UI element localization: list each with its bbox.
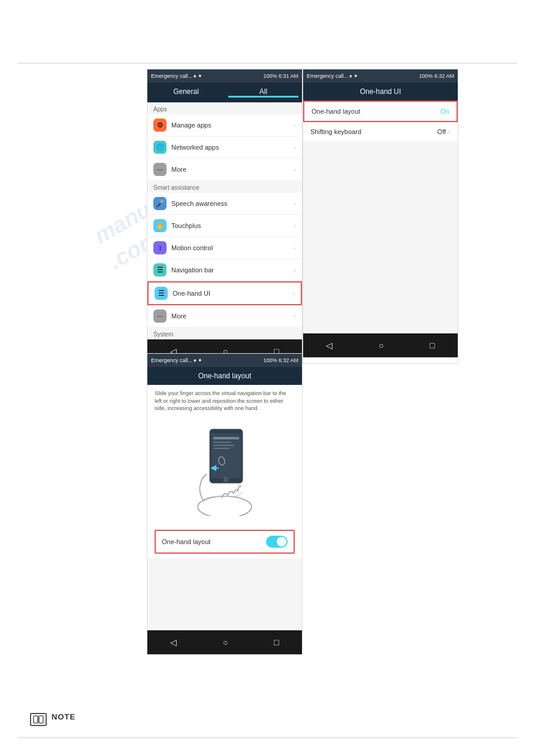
bottom-status-left: Emergency call... ♦ ✦ bbox=[151, 357, 202, 363]
bottom-battery-time: 100% 6:32 AM bbox=[263, 357, 298, 363]
right-emergency-text: Emergency call... bbox=[307, 73, 348, 79]
right-back-button[interactable]: ◁ bbox=[326, 341, 333, 350]
svg-rect-4 bbox=[213, 442, 231, 443]
bottom-nav-bar: ◁ ○ □ bbox=[147, 630, 302, 654]
speech-icon: 🎤 bbox=[153, 197, 167, 210]
onehand-layout-label: One-hand layout bbox=[312, 108, 440, 115]
shifting-keyboard-item[interactable]: Shifting keyboard Off › bbox=[303, 122, 458, 142]
left-status-bar: Emergency call... ♦ ✦ 100% 6:31 AM bbox=[147, 69, 302, 83]
manage-apps-label: Manage apps bbox=[171, 122, 294, 129]
shifting-keyboard-value: Off bbox=[437, 128, 446, 135]
speech-arrow: › bbox=[294, 200, 296, 207]
right-nav-bar: ◁ ○ □ bbox=[303, 333, 458, 357]
top-screens: Emergency call... ♦ ✦ 100% 6:31 AM Gener… bbox=[147, 69, 458, 364]
smart-group: 🎤 Speech awareness › ✋ Touchplus › ↕ Mot… bbox=[147, 193, 302, 327]
emergency-call-text: Emergency call... bbox=[151, 73, 192, 79]
phone-illustration bbox=[147, 417, 302, 525]
status-left-text: Emergency call... ♦ ✦ bbox=[151, 73, 202, 79]
onehand-layout-item[interactable]: One-hand layout On bbox=[303, 101, 458, 122]
motion-item[interactable]: ↕ Motion control › bbox=[147, 237, 302, 259]
toggle-label: One-hand layout bbox=[162, 538, 266, 545]
tab-all-indicator bbox=[228, 96, 298, 98]
onehand-layout-value: On bbox=[440, 108, 449, 115]
more-smart-icon: ··· bbox=[153, 309, 167, 323]
svg-rect-2 bbox=[211, 433, 241, 478]
bottom-status-right: 100% 6:32 AM bbox=[263, 357, 298, 363]
right-recent-button[interactable]: □ bbox=[430, 341, 434, 350]
bottom-recent-button[interactable]: □ bbox=[274, 637, 279, 647]
svg-point-7 bbox=[223, 477, 228, 482]
onehand-ui-label: One-hand UI bbox=[173, 290, 292, 297]
onehand-ui-item[interactable]: ☰ One-hand UI › bbox=[147, 281, 302, 305]
svg-rect-10 bbox=[39, 716, 43, 723]
speech-label: Speech awareness bbox=[171, 200, 294, 207]
apps-group: ⚙ Manage apps › 🌐 Networked apps › ··· M… bbox=[147, 114, 302, 180]
more-smart-label: More bbox=[171, 312, 294, 320]
right-status-left: Emergency call... ♦ ✦ bbox=[307, 73, 358, 79]
navigation-bar-arrow: › bbox=[294, 266, 296, 274]
note-icon-box bbox=[30, 713, 47, 726]
manage-apps-icon: ⚙ bbox=[153, 119, 167, 132]
note-label: NOTE bbox=[52, 712, 75, 721]
speech-item[interactable]: 🎤 Speech awareness › bbox=[147, 193, 302, 215]
svg-rect-6 bbox=[213, 448, 230, 449]
networked-apps-arrow: › bbox=[294, 144, 296, 151]
networked-apps-item[interactable]: 🌐 Networked apps › bbox=[147, 136, 302, 159]
more-smart-arrow: › bbox=[294, 312, 296, 320]
page: manualslib.com Emergency call... ♦ ✦ 100… bbox=[0, 0, 535, 756]
onehand-ui-icon: ☰ bbox=[155, 287, 168, 300]
tab-all[interactable]: All bbox=[225, 83, 302, 102]
svg-rect-3 bbox=[213, 437, 239, 439]
right-status-bar: Emergency call... ♦ ✦ 100% 6:32 AM bbox=[303, 69, 458, 83]
left-screen: Emergency call... ♦ ✦ 100% 6:31 AM Gener… bbox=[147, 69, 303, 364]
toggle-section: One-hand layout bbox=[147, 525, 302, 558]
networked-apps-label: Networked apps bbox=[171, 144, 294, 151]
status-right-text: 100% 6:31 AM bbox=[263, 73, 298, 79]
toggle-knob bbox=[277, 537, 286, 546]
touchplus-icon: ✋ bbox=[153, 219, 167, 232]
tab-general[interactable]: General bbox=[147, 83, 225, 102]
right-title: One-hand UI bbox=[360, 87, 401, 96]
onehand-layout-toggle-row[interactable]: One-hand layout bbox=[155, 530, 295, 554]
right-screen: Emergency call... ♦ ✦ 100% 6:32 AM One-h… bbox=[303, 69, 458, 364]
touchplus-label: Touchplus bbox=[171, 222, 294, 229]
bottom-status-bar: Emergency call... ♦ ✦ 100% 6:32 AM bbox=[147, 354, 302, 367]
signal-icons: ♦ ✦ bbox=[194, 73, 202, 79]
networked-apps-icon: 🌐 bbox=[153, 141, 167, 154]
right-empty-area bbox=[303, 142, 458, 333]
right-status-right: 100% 6:32 AM bbox=[419, 73, 454, 79]
tab-general-indicator bbox=[151, 96, 221, 98]
navigation-bar-label: Navigation bar bbox=[171, 266, 294, 274]
motion-icon: ↕ bbox=[153, 241, 167, 254]
manage-apps-arrow: › bbox=[294, 122, 296, 129]
book-icon bbox=[33, 715, 44, 724]
top-rule bbox=[18, 63, 517, 63]
right-home-button[interactable]: ○ bbox=[379, 341, 383, 350]
bottom-back-button[interactable]: ◁ bbox=[170, 637, 177, 647]
touchplus-item[interactable]: ✋ Touchplus › bbox=[147, 215, 302, 237]
more-apps-item[interactable]: ··· More › bbox=[147, 159, 302, 180]
svg-rect-9 bbox=[34, 716, 38, 723]
onehand-ui-arrow: › bbox=[292, 290, 295, 297]
svg-rect-5 bbox=[213, 445, 234, 446]
onehand-layout-toggle[interactable] bbox=[266, 536, 288, 548]
more-apps-label: More bbox=[171, 166, 294, 173]
bottom-screen: Emergency call... ♦ ✦ 100% 6:32 AM One-h… bbox=[147, 353, 303, 655]
manage-apps-item[interactable]: ⚙ Manage apps › bbox=[147, 114, 302, 136]
bottom-home-button[interactable]: ○ bbox=[223, 637, 228, 647]
phone-hand-svg bbox=[189, 420, 261, 516]
bottom-title: One-hand layout bbox=[198, 372, 252, 380]
navigation-bar-icon: ☰ bbox=[153, 263, 167, 277]
motion-label: Motion control bbox=[171, 244, 294, 251]
section-header-apps: Apps bbox=[147, 102, 302, 114]
shifting-keyboard-label: Shifting keyboard bbox=[310, 128, 437, 135]
shifting-keyboard-arrow: › bbox=[448, 128, 451, 135]
more-smart-item[interactable]: ··· More › bbox=[147, 305, 302, 327]
nav-tabs: General All bbox=[147, 83, 302, 102]
note-section: NOTE bbox=[30, 712, 75, 726]
more-apps-arrow: › bbox=[294, 166, 296, 173]
motion-arrow: › bbox=[294, 244, 296, 251]
bottom-emergency-text: Emergency call... bbox=[151, 357, 192, 363]
navigation-bar-item[interactable]: ☰ Navigation bar › bbox=[147, 259, 302, 281]
more-apps-icon: ··· bbox=[153, 163, 167, 176]
